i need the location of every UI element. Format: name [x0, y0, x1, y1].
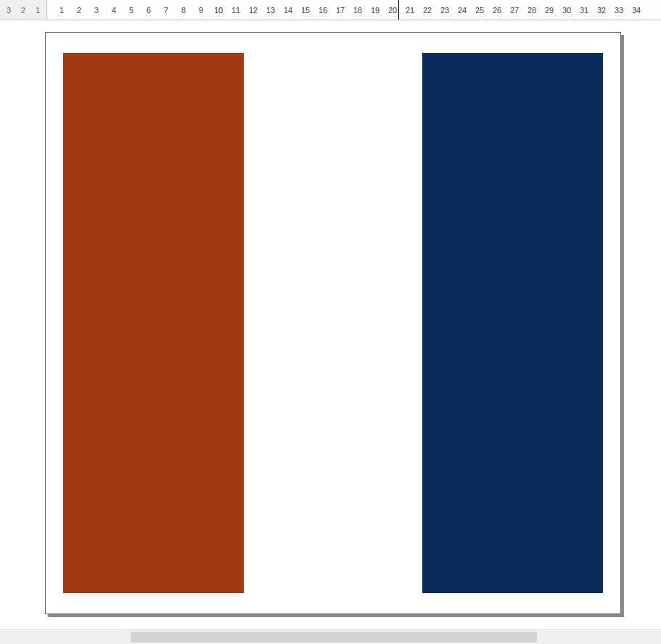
ruler-tick: 33: [610, 6, 628, 15]
ruler-tick: 13: [262, 6, 279, 15]
ruler-tick: 27: [506, 6, 523, 15]
ruler-tick: 12: [245, 6, 262, 15]
ruler-main-area: 1 2 3 4 5 6 7 8 9 10 11 12 13 14 15 16 1…: [47, 0, 661, 20]
ruler-tick: 28: [523, 6, 541, 15]
ruler-tick: 9: [192, 6, 210, 15]
horizontal-ruler[interactable]: 3 2 1 1 2 3 4 5 6 7 8 9 10 11 12 13 14 1…: [0, 0, 661, 20]
ruler-tick: 22: [419, 6, 436, 15]
ruler-tick: 32: [593, 6, 610, 15]
ruler-tick: 34: [628, 6, 645, 15]
ruler-tick: 4: [105, 6, 123, 15]
ruler-tick: 1: [30, 6, 45, 15]
ruler-tick: 8: [175, 6, 192, 15]
ruler-tick: 19: [366, 6, 384, 15]
ruler-tick: 26: [488, 6, 506, 15]
ruler-tick: 2: [16, 6, 30, 15]
horizontal-scrollbar-thumb[interactable]: [131, 632, 537, 643]
ruler-tick: 30: [558, 6, 575, 15]
ruler-tick: 1: [53, 6, 70, 15]
ruler-margin-marker[interactable]: [398, 0, 399, 20]
document-page[interactable]: [45, 32, 621, 614]
flag-stripe-right[interactable]: [422, 53, 603, 593]
horizontal-scrollbar[interactable]: [0, 629, 661, 644]
ruler-tick: 31: [575, 6, 593, 15]
ruler-tick: 7: [157, 6, 175, 15]
ruler-tick: 3: [1, 6, 16, 15]
flag-stripe-middle[interactable]: [247, 53, 419, 593]
ruler-tick: 17: [332, 6, 349, 15]
flag-graphic: [63, 53, 603, 593]
ruler-left-margin: 3 2 1: [0, 0, 47, 20]
ruler-tick: 18: [349, 6, 366, 15]
ruler-tick: 14: [279, 6, 297, 15]
page-wrapper: [45, 32, 621, 614]
ruler-tick: 25: [471, 6, 488, 15]
ruler-tick: 16: [314, 6, 332, 15]
ruler-tick: 10: [210, 6, 227, 15]
ruler-tick: 23: [436, 6, 453, 15]
ruler-tick: 24: [453, 6, 471, 15]
ruler-tick: 11: [227, 6, 245, 15]
ruler-tick: 2: [70, 6, 88, 15]
ruler-tick: 21: [401, 6, 419, 15]
ruler-tick: 15: [297, 6, 314, 15]
flag-stripe-left[interactable]: [63, 53, 244, 593]
ruler-tick: 5: [123, 6, 140, 15]
document-canvas[interactable]: [0, 20, 661, 628]
ruler-tick: 29: [541, 6, 558, 15]
ruler-tick: 6: [140, 6, 157, 15]
ruler-tick: 3: [88, 6, 105, 15]
